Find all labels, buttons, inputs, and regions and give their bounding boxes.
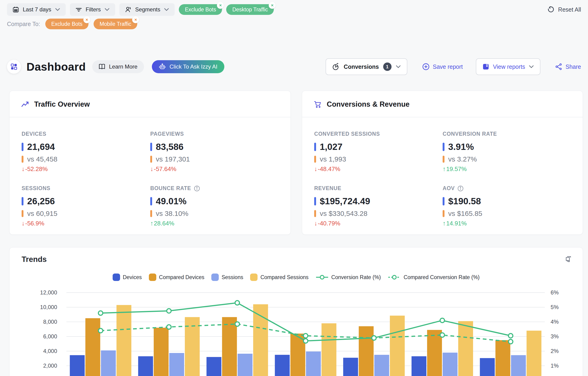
close-icon[interactable]: ×	[269, 2, 276, 9]
bar-devices[interactable]	[70, 355, 85, 376]
dashboard-grid-icon[interactable]	[7, 60, 21, 74]
line-marker[interactable]	[167, 325, 171, 329]
line-marker[interactable]	[440, 333, 444, 337]
info-icon[interactable]	[458, 185, 463, 192]
view-reports-button[interactable]: View reports	[476, 58, 541, 75]
close-icon[interactable]: ×	[83, 16, 90, 23]
legend-label: Compared Devices	[159, 274, 205, 280]
line-marker[interactable]	[372, 336, 376, 340]
close-icon[interactable]: ×	[132, 16, 139, 23]
legend-item[interactable]: Compared Devices	[149, 274, 205, 281]
view-reports-label: View reports	[493, 64, 525, 70]
bar-compared-devices[interactable]	[359, 326, 374, 376]
metric-delta: ↓-52.28%	[21, 165, 150, 173]
left-axis-tick: 2,000	[43, 363, 57, 369]
bar-devices[interactable]	[480, 358, 495, 376]
bar-sessions[interactable]	[101, 350, 116, 376]
line-marker[interactable]	[167, 309, 171, 313]
delta-arrow-icon: ↓	[314, 165, 317, 173]
line-marker[interactable]	[508, 340, 513, 344]
segment-tag-label: Exclude Bots	[185, 7, 216, 13]
page-title: Dashboard	[26, 60, 86, 73]
vs-tick	[150, 210, 152, 217]
conversions-count-badge: 1	[383, 63, 391, 71]
delta-arrow-icon: ↓	[21, 220, 25, 227]
info-icon[interactable]	[194, 185, 200, 192]
legend-item[interactable]: Sessions	[211, 274, 243, 281]
bar-compared-sessions[interactable]	[390, 316, 405, 376]
compare-tag-exclude-bots[interactable]: Exclude Bots ×	[45, 19, 88, 29]
plus-circle-icon	[422, 63, 430, 70]
bar-sessions[interactable]	[511, 355, 526, 376]
line-marker[interactable]	[235, 301, 240, 305]
bar-compared-devices[interactable]	[85, 318, 100, 376]
trends-title: Trends	[21, 255, 47, 264]
segments-button[interactable]: Segments	[119, 3, 175, 16]
bar-devices[interactable]	[138, 356, 153, 376]
bar-compared-devices[interactable]	[495, 340, 510, 376]
bar-sessions[interactable]	[443, 353, 458, 376]
conversions-dropdown[interactable]: Conversions 1	[326, 58, 407, 75]
legend-label: Compared Sessions	[260, 274, 308, 280]
legend-item[interactable]: Compared Conversion Rate (%)	[388, 274, 480, 281]
bar-devices[interactable]	[206, 357, 221, 376]
save-report-button[interactable]: Save report	[422, 63, 463, 70]
right-axis-tick: 1%	[551, 363, 559, 369]
bar-compared-sessions[interactable]	[458, 321, 473, 376]
line-marker[interactable]	[508, 333, 513, 338]
line-marker[interactable]	[235, 322, 240, 326]
bar-devices[interactable]	[343, 358, 358, 376]
bar-devices[interactable]	[411, 356, 426, 376]
delta-arrow-icon: ↑	[443, 165, 446, 173]
left-axis-tick: 6,000	[43, 333, 57, 340]
line-marker[interactable]	[98, 328, 103, 333]
line-marker[interactable]	[98, 311, 103, 315]
bar-compared-devices[interactable]	[222, 317, 237, 376]
bar-compared-sessions[interactable]	[322, 323, 336, 376]
bar-sessions[interactable]	[169, 353, 184, 376]
bar-compared-devices[interactable]	[427, 330, 442, 376]
date-range-label: Last 7 days	[23, 6, 51, 13]
report-icon	[482, 63, 489, 70]
filters-button[interactable]: Filters	[70, 3, 115, 16]
share-button[interactable]: Share	[555, 63, 581, 70]
bar-sessions[interactable]	[238, 354, 252, 376]
metric-revenue: REVENUE $195,724.49 vs $330,543.28 ↓-40.…	[314, 185, 443, 227]
legend-item[interactable]: Devices	[113, 274, 142, 281]
calendar-icon	[12, 6, 19, 13]
metric-delta: ↓-48.47%	[314, 165, 443, 173]
bar-compared-devices[interactable]	[154, 328, 168, 376]
trends-chart[interactable]: 12,0006%10,0005%8,0004%6,0003%4,0002%2,0…	[10, 283, 583, 376]
date-range-button[interactable]: Last 7 days	[7, 3, 66, 16]
bar-compared-sessions[interactable]	[253, 304, 268, 376]
line-marker[interactable]	[304, 339, 308, 343]
line-marker[interactable]	[304, 333, 308, 338]
bar-sessions[interactable]	[306, 352, 321, 376]
copy-icon[interactable]	[565, 255, 572, 264]
segment-tag-exclude-bots[interactable]: Exclude Bots ×	[179, 4, 222, 15]
compare-tag-mobile-traffic[interactable]: Mobile Traffic ×	[94, 19, 137, 29]
metric-vs: vs 1,993	[320, 155, 346, 163]
robot-icon	[159, 64, 166, 70]
legend-item[interactable]: Compared Sessions	[250, 274, 308, 281]
legend-item[interactable]: Conversion Rate (%)	[315, 274, 381, 281]
segment-tag-desktop-traffic[interactable]: Desktop Traffic ×	[226, 4, 274, 15]
learn-more-button[interactable]: Learn More	[92, 60, 144, 73]
line-marker[interactable]	[440, 318, 444, 322]
reset-all-button[interactable]: Reset All	[547, 6, 581, 13]
ask-izzy-ai-button[interactable]: Click To Ask Izzy AI	[152, 60, 224, 73]
filters-label: Filters	[86, 6, 101, 13]
bar-compared-sessions[interactable]	[116, 305, 131, 376]
users-icon	[125, 6, 131, 13]
metric-value: 83,586	[156, 142, 183, 152]
chevron-down-icon	[105, 8, 110, 11]
close-icon[interactable]: ×	[217, 2, 224, 9]
chart-legend: DevicesCompared DevicesSessionsCompared …	[10, 274, 583, 281]
delta-arrow-icon: ↓	[150, 165, 154, 173]
bar-sessions[interactable]	[374, 355, 389, 376]
bar-compared-sessions[interactable]	[526, 331, 541, 376]
vs-tick	[21, 156, 23, 163]
legend-line-swatch	[315, 274, 329, 281]
right-axis-tick: 2%	[551, 348, 559, 354]
bar-devices[interactable]	[275, 355, 290, 376]
